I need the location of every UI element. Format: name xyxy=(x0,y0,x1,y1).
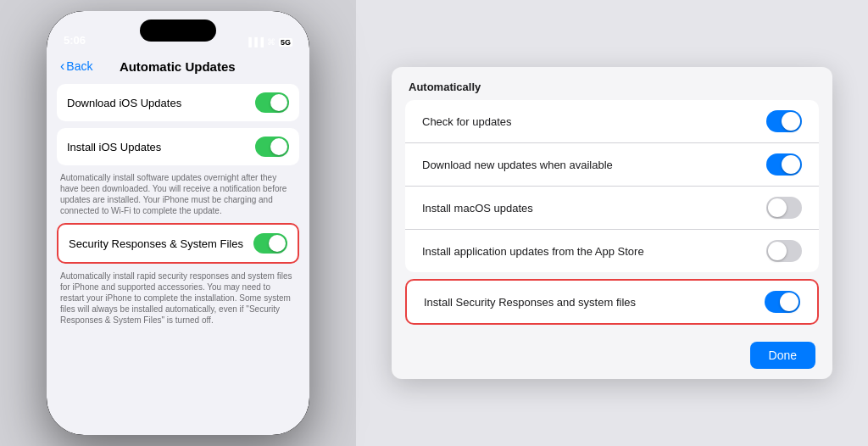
security-toggle[interactable] xyxy=(253,233,287,254)
install-ios-label: Install iOS Updates xyxy=(67,141,255,153)
security-row[interactable]: Security Responses & System Files xyxy=(58,225,298,262)
nav-title: Automatic Updates xyxy=(92,59,262,74)
dialog-section-title: Automatically xyxy=(392,67,832,100)
ios-updates-group: Download iOS Updates xyxy=(57,84,299,121)
dialog-security-label: Install Security Responses and system fi… xyxy=(424,296,765,309)
done-button[interactable]: Done xyxy=(750,342,815,369)
download-updates-row[interactable]: Download new updates when available xyxy=(405,143,819,187)
status-icons: ▐▐▐ ⌘ 5G xyxy=(246,37,292,47)
nav-back-button[interactable]: ‹ Back xyxy=(60,59,92,74)
phone-mockup: 5:06 ▐▐▐ ⌘ 5G ‹ Back Automatic Updates xyxy=(47,11,309,435)
download-ios-toggle[interactable] xyxy=(255,92,289,113)
download-updates-label: Download new updates when available xyxy=(422,159,766,171)
right-panel: Automatically Check for updates Download… xyxy=(356,0,868,446)
check-updates-toggle[interactable] xyxy=(766,110,802,132)
install-appstore-toggle[interactable] xyxy=(766,240,802,262)
install-ios-row[interactable]: Install iOS Updates xyxy=(57,128,299,165)
signal-icon: ▐▐▐ xyxy=(246,37,264,47)
install-ios-group: Install iOS Updates xyxy=(57,128,299,165)
install-macos-label: Install macOS updates xyxy=(422,202,766,215)
check-updates-label: Check for updates xyxy=(422,115,766,128)
wifi-icon: ⌘ xyxy=(267,37,275,47)
security-label: Security Responses & System Files xyxy=(69,237,253,250)
back-chevron-icon: ‹ xyxy=(60,59,64,74)
install-ios-toggle[interactable] xyxy=(255,137,289,157)
dialog: Automatically Check for updates Download… xyxy=(392,67,832,379)
cellular-label: 5G xyxy=(279,38,292,47)
back-label: Back xyxy=(66,59,92,73)
nav-bar: ‹ Back Automatic Updates xyxy=(47,52,309,77)
dialog-security-toggle[interactable] xyxy=(765,291,800,313)
dialog-rows-group: Check for updates Download new updates w… xyxy=(405,100,819,272)
dialog-footer: Done xyxy=(392,332,832,379)
download-ios-label: Download iOS Updates xyxy=(67,97,255,109)
phone-screen: 5:06 ▐▐▐ ⌘ 5G ‹ Back Automatic Updates xyxy=(47,11,309,435)
install-description: Automatically install software updates o… xyxy=(57,172,299,216)
security-group: Security Responses & System Files xyxy=(57,223,299,264)
install-macos-row[interactable]: Install macOS updates xyxy=(405,187,819,230)
install-appstore-label: Install application updates from the App… xyxy=(422,245,766,258)
phone-container: 5:06 ▐▐▐ ⌘ 5G ‹ Back Automatic Updates xyxy=(0,0,356,446)
download-updates-toggle[interactable] xyxy=(766,153,802,176)
check-updates-row[interactable]: Check for updates xyxy=(405,100,819,143)
dialog-security-row[interactable]: Install Security Responses and system fi… xyxy=(405,279,819,325)
status-time: 5:06 xyxy=(64,34,86,47)
security-description: Automatically install rapid security res… xyxy=(57,270,299,326)
dynamic-island xyxy=(140,20,216,42)
download-ios-row[interactable]: Download iOS Updates xyxy=(57,84,299,121)
screen-content: ‹ Back Automatic Updates Download iOS Up… xyxy=(47,52,309,435)
install-macos-toggle[interactable] xyxy=(766,197,802,219)
install-appstore-row[interactable]: Install application updates from the App… xyxy=(405,230,819,272)
